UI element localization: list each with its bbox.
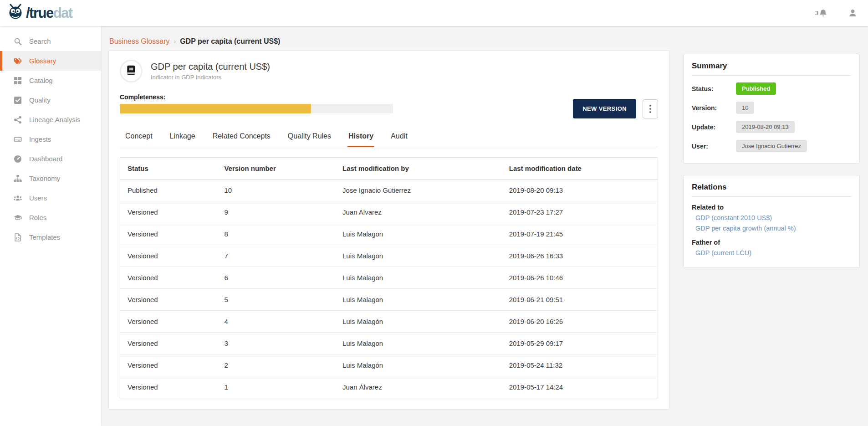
last-modification-by-cell: Luis Malagon [335, 289, 502, 311]
status-cell: Versioned [120, 333, 217, 354]
status-cell: Versioned [120, 311, 217, 333]
sidebar-item-lineage-analysis[interactable]: Lineage Analysis [0, 110, 101, 129]
last-modification-date-cell: 2019-08-20 09:13 [502, 180, 658, 201]
last-modification-by-cell: Luis Malagon [335, 245, 502, 267]
sidebar-item-label: Quality [29, 96, 51, 104]
version-number-cell: 3 [217, 333, 335, 354]
sidebar-item-label: Users [29, 194, 47, 202]
tab-quality-rules[interactable]: Quality Rules [287, 130, 332, 147]
status-cell: Versioned [120, 223, 217, 245]
logo-text: /truedat [26, 6, 72, 20]
summary-field-label: User: [692, 143, 736, 150]
sidebar-item-dashboard[interactable]: Dashboard [0, 149, 101, 169]
tab-related-concepts[interactable]: Related Concepts [212, 130, 271, 147]
version-number-cell: 10 [217, 180, 335, 201]
sidebar-item-roles[interactable]: Roles [0, 208, 101, 227]
table-body: Published10Jose Ignacio Gutierrez2019-08… [120, 180, 658, 398]
summary-field: Version:10 [692, 102, 851, 114]
last-modification-date-cell: 2019-06-26 10:46 [502, 267, 658, 289]
status-cell: Versioned [120, 289, 217, 311]
sidebar-item-templates[interactable]: Templates [0, 227, 101, 247]
status-cell: Versioned [120, 267, 217, 289]
breadcrumb-separator: › [174, 38, 176, 45]
book-icon [125, 64, 137, 78]
tab-linkage[interactable]: Linkage [169, 130, 196, 147]
sidebar-item-search[interactable]: Search [0, 31, 101, 51]
version-number-cell: 5 [217, 289, 335, 311]
truedat-logo[interactable]: /truedat [6, 3, 72, 23]
status-cell: Versioned [120, 376, 217, 398]
status-badge: Published [736, 82, 776, 95]
table-header-row: StatusVersion numberLast modification by… [120, 158, 658, 180]
sitemap-icon [13, 174, 22, 183]
breadcrumb-parent-link[interactable]: Business Glossary [109, 37, 170, 46]
version-number-cell: 8 [217, 223, 335, 245]
sidebar-item-taxonomy[interactable]: Taxonomy [0, 169, 101, 188]
sidebar-item-catalog[interactable]: Catalog [0, 71, 101, 90]
new-version-button[interactable]: NEW VERSION [573, 99, 636, 118]
table-row: Versioned6Luis Malagon2019-06-26 10:46 [120, 267, 658, 289]
version-number-cell: 7 [217, 245, 335, 267]
sidebar: SearchGlossaryCatalogQualityLineage Anal… [0, 26, 101, 426]
sidebar-item-label: Templates [29, 233, 60, 241]
last-modification-by-cell: Luis Malagon [335, 333, 502, 354]
sidebar-item-quality[interactable]: Quality [0, 90, 101, 110]
table-row: Versioned8Luis Malagon2019-07-19 21:45 [120, 223, 658, 245]
tag-icon [13, 56, 22, 66]
summary-fields: Status:PublishedVersion:10Update:2019-08… [692, 82, 851, 152]
tab-history[interactable]: History [347, 130, 374, 147]
user-menu-button[interactable] [848, 9, 857, 17]
sidebar-item-label: Lineage Analysis [29, 116, 81, 123]
share-icon [13, 115, 22, 124]
more-options-button[interactable] [643, 99, 658, 118]
breadcrumb: Business Glossary › GDP per capita (curr… [109, 37, 669, 46]
summary-title: Summary [692, 62, 851, 76]
summary-field-label: Version: [692, 104, 736, 112]
related-concept-link[interactable]: GDP (current LCU) [695, 249, 851, 257]
table-row: Versioned1Juan Álvarez2019-05-17 14:24 [120, 376, 658, 398]
sidebar-item-label: Search [29, 37, 51, 45]
relations-panel: Relations Related toGDP (constant 2010 U… [683, 175, 860, 268]
last-modification-by-cell: Jose Ignacio Gutierrez [335, 180, 502, 201]
last-modification-by-cell: Juan Alvarez [335, 201, 502, 223]
relation-groups: Related toGDP (constant 2010 US$)GDP per… [692, 204, 851, 257]
version-number-cell: 6 [217, 267, 335, 289]
notification-count: 3 [815, 10, 818, 16]
summary-field: Status:Published [692, 82, 851, 95]
summary-field-label: Status: [692, 85, 736, 92]
search-icon [13, 37, 22, 46]
completeness-bar-fill [120, 104, 311, 113]
tab-audit[interactable]: Audit [390, 130, 408, 147]
sidebar-item-ingests[interactable]: Ingests [0, 129, 101, 149]
sidebar-item-glossary[interactable]: Glossary [0, 51, 101, 71]
sidebar-item-label: Roles [29, 214, 46, 221]
grid-icon [13, 76, 22, 85]
top-bar: /truedat 3 [0, 0, 868, 26]
sidebar-item-users[interactable]: Users [0, 188, 101, 208]
last-modification-date-cell: 2019-05-29 09:17 [502, 333, 658, 354]
concept-subtitle: Indicator in GDP Indicators [151, 74, 270, 81]
column-header-last-modification-by: Last modification by [335, 158, 502, 180]
value-badge: Jose Ignacio Gutierrez [736, 140, 807, 152]
version-number-cell: 2 [217, 354, 335, 376]
sidebar-item-label: Taxonomy [29, 175, 60, 182]
value-badge: 2019-08-20 09:13 [736, 121, 795, 133]
history-table: StatusVersion numberLast modification by… [120, 157, 658, 398]
tab-concept[interactable]: Concept [124, 130, 153, 147]
last-modification-by-cell: Luis Malagón [335, 354, 502, 376]
sidebar-item-label: Catalog [29, 77, 53, 84]
last-modification-by-cell: Luis Malagon [335, 223, 502, 245]
table-row: Versioned7Luis Malagon2019-06-26 16:33 [120, 245, 658, 267]
table-row: Published10Jose Ignacio Gutierrez2019-08… [120, 180, 658, 201]
status-cell: Versioned [120, 201, 217, 223]
summary-field-label: Update: [692, 123, 736, 131]
gauge-icon [13, 154, 22, 164]
summary-field: User:Jose Ignacio Gutierrez [692, 140, 851, 152]
column-header-last-modification-date: Last modification date [502, 158, 658, 180]
table-row: Versioned2Luis Malagón2019-05-24 11:32 [120, 354, 658, 376]
status-cell: Versioned [120, 354, 217, 376]
related-concept-link[interactable]: GDP per capita growth (annual %) [695, 225, 851, 232]
notifications-button[interactable]: 3 [815, 9, 827, 17]
related-concept-link[interactable]: GDP (constant 2010 US$) [695, 214, 851, 221]
content-area: Business Glossary › GDP per capita (curr… [101, 26, 868, 426]
